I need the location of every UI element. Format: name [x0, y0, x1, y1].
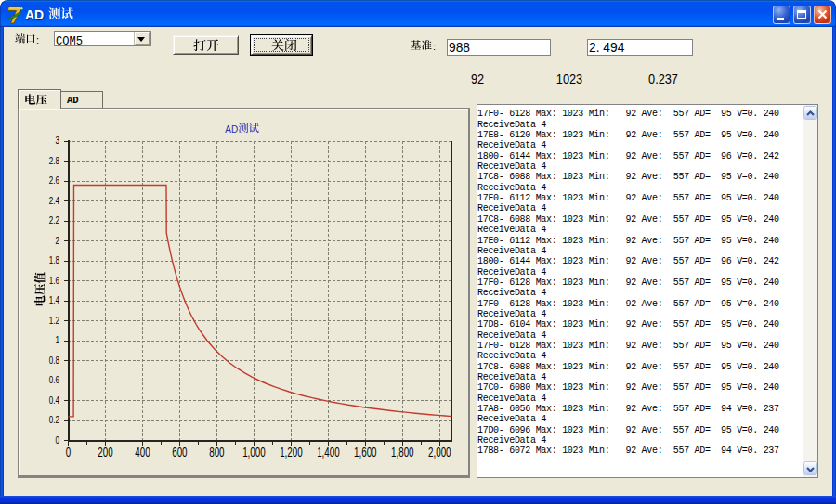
svg-text:1.6: 1.6 [49, 274, 59, 286]
svg-text:0.6: 0.6 [49, 374, 59, 386]
svg-text:1.4: 1.4 [49, 294, 60, 306]
svg-text:1.2: 1.2 [49, 314, 59, 326]
svg-text:2.2: 2.2 [49, 214, 59, 226]
svg-text:2.4: 2.4 [49, 194, 60, 206]
svg-text:2,000: 2,000 [428, 445, 451, 459]
svg-text:0.8: 0.8 [49, 354, 59, 366]
svg-text:2: 2 [56, 234, 59, 246]
svg-text:800: 800 [209, 445, 225, 459]
svg-text:3: 3 [56, 135, 59, 147]
svg-text:1,800: 1,800 [391, 445, 414, 459]
svg-text:400: 400 [135, 445, 150, 459]
svg-text:1.8: 1.8 [49, 254, 59, 266]
svg-text:600: 600 [172, 445, 188, 459]
svg-text:1: 1 [56, 334, 59, 346]
svg-text:0: 0 [66, 445, 72, 459]
svg-text:1,000: 1,000 [242, 445, 266, 459]
svg-text:1,600: 1,600 [354, 445, 377, 459]
svg-text:200: 200 [98, 445, 113, 459]
svg-text:AD: AD [225, 124, 238, 135]
svg-text:0: 0 [56, 433, 59, 446]
svg-text:2.8: 2.8 [49, 154, 59, 166]
svg-text:1,200: 1,200 [280, 445, 303, 459]
svg-text:0.2: 0.2 [49, 414, 59, 426]
svg-text:0.4: 0.4 [49, 394, 60, 406]
svg-text:1,400: 1,400 [317, 445, 340, 459]
svg-text:2.6: 2.6 [49, 174, 59, 187]
